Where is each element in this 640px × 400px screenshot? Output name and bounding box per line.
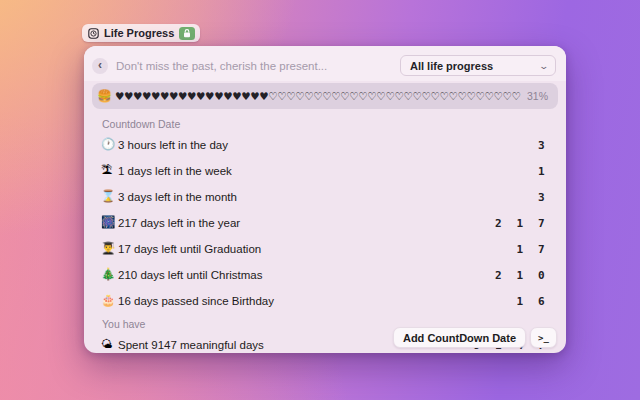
- christmas-tree-icon: 🎄: [101, 269, 118, 281]
- app-title: Life Progress: [104, 27, 174, 39]
- digit-cell: 2: [488, 269, 510, 282]
- digit-cell: 2: [488, 217, 510, 230]
- progress-percent: 31%: [527, 90, 548, 102]
- countdown-row-label: 3 hours left in the day: [118, 139, 531, 151]
- fireworks-icon: 🎆: [101, 217, 118, 229]
- countdown-row[interactable]: 👨‍🎓17 days left until Graduation17: [84, 236, 566, 262]
- countdown-digits: 217: [488, 217, 553, 230]
- digit-cell: 1: [509, 243, 531, 256]
- menubar-app-pill[interactable]: Life Progress: [82, 24, 200, 42]
- countdown-digits: 16: [509, 295, 552, 308]
- countdown-digits: 1: [531, 165, 553, 178]
- digit-cell: 6: [531, 295, 553, 308]
- lock-icon: [179, 27, 195, 40]
- countdown-row[interactable]: 🏝1 days left in the week1: [84, 158, 566, 184]
- countdown-row[interactable]: 🎄210 days left until Christmas210: [84, 262, 566, 288]
- digit-cell: 7: [531, 243, 553, 256]
- digit-cell: 3: [531, 139, 553, 152]
- panel-header: ‹ Don't miss the past, cherish the prese…: [84, 46, 566, 81]
- chevron-down-icon: ⌄: [539, 61, 550, 71]
- clock-app-icon: [88, 28, 99, 39]
- countdown-row[interactable]: 🕐3 hours left in the day3: [84, 132, 566, 158]
- header-subtitle: Don't miss the past, cherish the present…: [116, 60, 392, 72]
- countdown-digits: 3: [531, 191, 553, 204]
- countdown-row-label: 1 days left in the week: [118, 165, 531, 177]
- graduate-icon: 👨‍🎓: [101, 243, 118, 255]
- digit-cell: 1: [531, 165, 553, 178]
- filter-dropdown-value: All life progress: [410, 60, 540, 72]
- hourglass-icon: ⌛: [101, 191, 118, 203]
- countdown-digits: 17: [509, 243, 552, 256]
- footer-buttons: Add CountDown Date >_: [393, 327, 557, 348]
- digit-cell: 0: [531, 269, 553, 282]
- countdown-row[interactable]: ⌛3 days left in the month3: [84, 184, 566, 210]
- digit-cell: 1: [509, 295, 531, 308]
- countdown-row-label: 3 days left in the month: [118, 191, 531, 203]
- back-button[interactable]: ‹: [92, 58, 108, 74]
- countdown-sections: Countdown Date🕐3 hours left in the day3🏝…: [84, 118, 566, 353]
- countdown-row[interactable]: 🎂16 days passed since Birthday16: [84, 288, 566, 314]
- terminal-button[interactable]: >_: [530, 327, 557, 348]
- countdown-digits: 210: [488, 269, 553, 282]
- sun-cloud-icon: 🌤: [101, 339, 118, 351]
- filter-dropdown[interactable]: All life progress ⌄: [400, 55, 556, 76]
- countdown-row-label: 17 days left until Graduation: [118, 243, 509, 255]
- digit-cell: 1: [509, 217, 531, 230]
- countdown-digits: 3: [531, 139, 553, 152]
- burger-icon: 🍔: [97, 90, 112, 102]
- digit-cell: 1: [509, 269, 531, 282]
- island-icon: 🏝: [101, 165, 118, 177]
- countdown-row[interactable]: 🎆217 days left in the year217: [84, 210, 566, 236]
- digit-cell: 7: [531, 217, 553, 230]
- add-countdown-date-button[interactable]: Add CountDown Date: [393, 327, 526, 348]
- hearts-progress: ♥♥♥♥♥♥♥♥♥♥♥♥♥♥♥♥♥♡♡♡♡♡♡♡♡♡♡♡♡♡♡♡♡♡♡♡♡♡♡♡…: [115, 91, 521, 102]
- digit-cell: 3: [531, 191, 553, 204]
- life-progress-bar[interactable]: 🍔 ♥♥♥♥♥♥♥♥♥♥♥♥♥♥♥♥♥♡♡♡♡♡♡♡♡♡♡♡♡♡♡♡♡♡♡♡♡♡…: [92, 83, 558, 109]
- birthday-cake-icon: 🎂: [101, 295, 118, 307]
- countdown-row-label: 210 days left until Christmas: [118, 269, 488, 281]
- section-label: Countdown Date: [102, 118, 566, 130]
- back-chevron-icon: ‹: [98, 59, 102, 71]
- countdown-row-label: 217 days left in the year: [118, 217, 488, 229]
- clock-icon: 🕐: [101, 139, 118, 151]
- countdown-row-label: 16 days passed since Birthday: [118, 295, 509, 307]
- life-progress-panel: ‹ Don't miss the past, cherish the prese…: [84, 46, 566, 353]
